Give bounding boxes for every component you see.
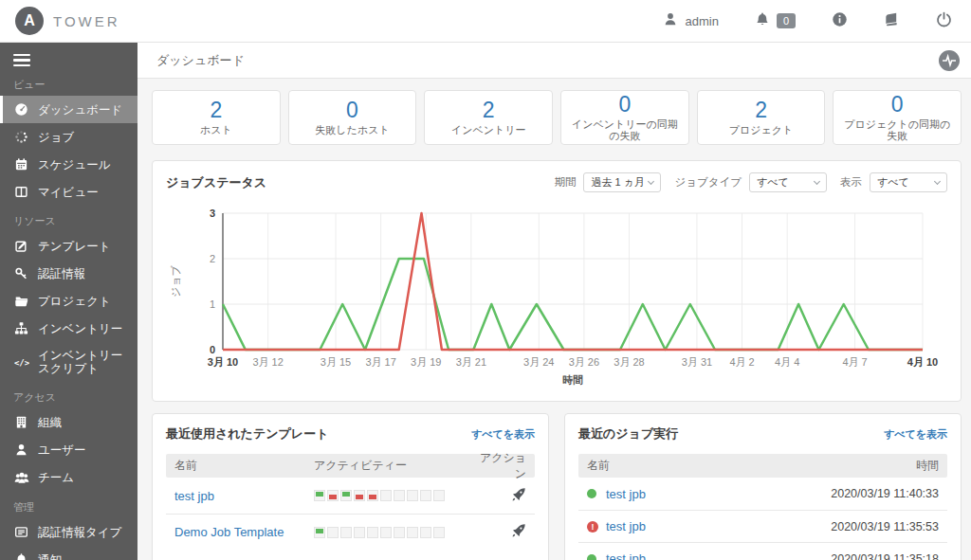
job-status-failed-icon[interactable]: !	[587, 521, 598, 533]
stat-label: インベントリーの同期の失敗	[561, 118, 688, 141]
activity-cell-success	[314, 527, 325, 538]
svg-text:3月 10: 3月 10	[208, 356, 238, 368]
activity-cell-failed	[367, 490, 378, 501]
stats-row: 2ホスト0失敗したホスト2インベントリー0インベントリーの同期の失敗2プロジェク…	[152, 90, 962, 145]
stat-card-project-sync-failures[interactable]: 0プロジェクトの同期の失敗	[833, 90, 962, 145]
templates-icon	[13, 239, 29, 253]
job-status-success-icon[interactable]	[587, 554, 596, 560]
info-icon	[832, 11, 848, 31]
templates-view-all-link[interactable]: すべてを表示	[471, 427, 535, 442]
sidebar-item-label: ダッシュボード	[38, 103, 122, 117]
svg-text:4月 7: 4月 7	[842, 356, 867, 368]
jobs-view-all-link[interactable]: すべてを表示	[884, 427, 947, 442]
sidebar-item-users[interactable]: ユーザー	[0, 436, 137, 463]
sidebar-item-credential-types[interactable]: 認証情報タイプ	[0, 518, 137, 546]
svg-text:3月 19: 3月 19	[411, 356, 441, 368]
template-name-link[interactable]: Demo Job Template	[174, 525, 314, 539]
job-name-link[interactable]: test jpb	[606, 519, 646, 533]
teams-icon	[13, 470, 29, 485]
user-menu[interactable]: admin	[663, 11, 718, 30]
svg-text:1: 1	[210, 298, 215, 310]
job-name-link[interactable]: test jpb	[606, 551, 646, 560]
job-status-panel: ジョブステータス 期間 過去 1 ヵ月 ジョブタイプ すべて 表示	[152, 160, 962, 402]
sidebar-item-label: テンプレート	[38, 240, 110, 253]
chevron-down-icon	[814, 177, 820, 184]
sidebar-item-teams[interactable]: チーム	[0, 463, 137, 492]
stat-label: プロジェクト	[722, 124, 801, 135]
sidebar-item-jobs[interactable]: ジョブ	[0, 123, 137, 151]
sidebar-item-label: 認証情報	[38, 267, 85, 280]
tower-logo[interactable]: A	[15, 7, 44, 35]
stat-value: 0	[346, 99, 358, 121]
stat-card-projects[interactable]: 2プロジェクト	[697, 90, 826, 145]
stat-card-inventories[interactable]: 2インベントリー	[424, 90, 553, 145]
notifications-button[interactable]: 0	[755, 11, 796, 30]
templates-table-header: 名前 アクティビティー アクション	[166, 454, 535, 478]
sidebar-item-label: 通知	[38, 553, 62, 560]
job-row: test jpb2020/03/19 11:40:33	[578, 478, 947, 510]
docs-button[interactable]	[884, 11, 900, 31]
sidebar-item-label: インベントリースクリプト	[38, 349, 132, 375]
stat-label: プロジェクトの同期の失敗	[834, 118, 961, 141]
sidebar-item-notifications[interactable]: 通知	[0, 546, 137, 560]
activity-cell-empty	[420, 527, 431, 538]
activity-cell-empty	[354, 527, 365, 538]
sidebar: ビューダッシュボードジョブスケジュールマイビューリソーステンプレート認証情報プロ…	[0, 43, 137, 560]
activity-cell-empty	[394, 527, 405, 538]
sidebar-item-label: ユーザー	[38, 443, 86, 457]
sidebar-item-dashboard[interactable]: ダッシュボード	[0, 96, 137, 123]
activity-stream-button[interactable]	[939, 50, 960, 71]
about-button[interactable]	[832, 11, 848, 31]
view-select[interactable]: すべて	[870, 172, 947, 192]
sidebar-section-label: アクセス	[0, 382, 137, 408]
jobs-table-header: 名前 時間	[578, 454, 947, 478]
power-icon	[936, 11, 952, 31]
stat-card-hosts[interactable]: 2ホスト	[152, 90, 281, 145]
template-name-link[interactable]: test jpb	[174, 489, 314, 503]
jobs-icon	[13, 130, 29, 144]
sidebar-item-credentials[interactable]: 認証情報	[0, 260, 137, 287]
svg-text:3月 28: 3月 28	[614, 356, 644, 368]
sidebar-section-label: ビュー	[0, 69, 137, 96]
hamburger-menu-icon[interactable]	[13, 54, 32, 66]
activity-cell-empty	[340, 527, 352, 538]
sidebar-item-label: チーム	[38, 471, 74, 484]
sidebar-item-my-view[interactable]: マイビュー	[0, 178, 137, 206]
stat-value: 0	[618, 94, 631, 116]
job-time: 2020/03/19 11:40:33	[831, 487, 939, 500]
job-status-success-icon[interactable]	[587, 489, 596, 498]
activity-cell-empty	[433, 527, 445, 538]
users-icon	[13, 443, 29, 457]
stat-card-inventory-sync-failures[interactable]: 0インベントリーの同期の失敗	[560, 90, 689, 145]
sidebar-item-schedules[interactable]: スケジュール	[0, 151, 137, 178]
sidebar-section-label: リソース	[0, 206, 137, 232]
sidebar-item-inventory-scripts[interactable]: </>インベントリースクリプト	[0, 342, 137, 382]
sidebar-item-organizations[interactable]: 組織	[0, 408, 137, 436]
logout-button[interactable]	[936, 11, 952, 31]
svg-text:4月 10: 4月 10	[907, 356, 938, 368]
activity-cell-empty	[380, 527, 392, 538]
sidebar-item-label: ジョブ	[38, 131, 74, 144]
sidebar-section-label: 管理	[0, 492, 137, 518]
svg-text:3月 21: 3月 21	[456, 356, 486, 368]
chevron-down-icon	[934, 177, 941, 184]
brand-name: TOWER	[53, 13, 120, 29]
credentials-icon	[13, 266, 29, 280]
activity-cell-empty	[380, 490, 392, 501]
period-select[interactable]: 過去 1 ヵ月	[583, 172, 661, 192]
job-name-link[interactable]: test jpb	[606, 487, 646, 501]
job-status-title: ジョブステータス	[166, 174, 266, 191]
chart-filters: 期間 過去 1 ヵ月 ジョブタイプ すべて 表示 すべて	[548, 172, 947, 192]
username: admin	[685, 14, 718, 28]
activity-sparkline	[314, 490, 473, 501]
sidebar-item-inventories[interactable]: インベントリー	[0, 315, 137, 342]
launch-rocket-button[interactable]	[473, 523, 526, 541]
launch-rocket-button[interactable]	[473, 487, 526, 505]
stat-card-failed-hosts[interactable]: 0失敗したホスト	[288, 90, 417, 145]
page-title: ダッシュボード	[156, 52, 245, 69]
sidebar-item-templates[interactable]: テンプレート	[0, 232, 137, 260]
job-type-select[interactable]: すべて	[749, 172, 827, 192]
sidebar-item-projects[interactable]: プロジェクト	[0, 287, 137, 315]
breadcrumb: ダッシュボード	[137, 43, 971, 79]
view-filter-label: 表示	[840, 175, 862, 190]
